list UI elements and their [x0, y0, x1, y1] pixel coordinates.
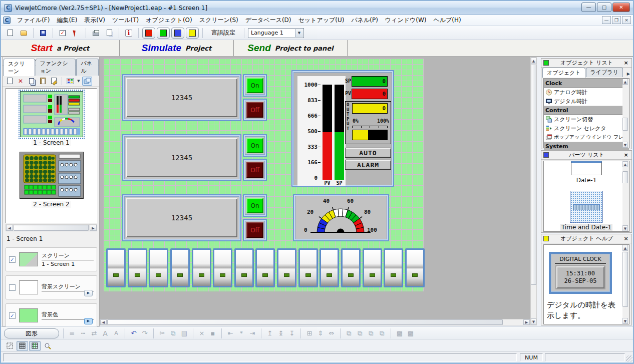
- tab-library[interactable]: ライブラリ: [586, 68, 623, 77]
- menu-tools[interactable]: ツール(T): [109, 15, 142, 26]
- bar-graph-panel[interactable]: 1000 833 666 500 333 166 0 PV SP SP 0 PV…: [291, 70, 394, 187]
- color-yellow-button[interactable]: [186, 28, 199, 39]
- object-item-screen-selector[interactable]: スクリーン セレクタ: [544, 124, 629, 133]
- editor-canvas[interactable]: 12345 On Off 12345 On Off 12345 On Off 1…: [100, 57, 530, 319]
- off-button-1[interactable]: Off: [243, 99, 267, 121]
- overlap-view-icon[interactable]: [82, 77, 92, 86]
- object-item-screen-change[interactable]: スクリーン切替: [544, 115, 629, 124]
- font-smaller-icon[interactable]: A: [112, 330, 121, 336]
- align-center-icon[interactable]: ＊: [237, 329, 246, 338]
- pointer-icon[interactable]: [70, 28, 82, 39]
- line-width-icon[interactable]: ⇄: [90, 329, 99, 337]
- layer-bgscreen-expand-icon[interactable]: ▶: [84, 290, 93, 296]
- menu-object[interactable]: オブジェクト(O): [142, 15, 196, 26]
- layer-bgcolor-checkbox[interactable]: [9, 312, 16, 319]
- object-list-close-icon[interactable]: ×: [622, 60, 629, 66]
- same-size-icon[interactable]: ⊞: [305, 329, 314, 337]
- document-icon[interactable]: C: [3, 17, 11, 24]
- mdi-minimize-button[interactable]: —: [602, 16, 611, 24]
- on-button-3[interactable]: On: [243, 194, 267, 217]
- menu-help[interactable]: ヘルプ(H): [430, 15, 464, 26]
- layer-row-screen[interactable]: スクリーン1 - Screen 1: [6, 247, 97, 271]
- toggle-switch[interactable]: [255, 248, 275, 287]
- tab-object[interactable]: オブジェクト: [542, 68, 585, 78]
- new-screen-icon[interactable]: [5, 77, 15, 86]
- group-icon[interactable]: ▩: [395, 329, 404, 337]
- print-preview-icon[interactable]: [103, 28, 115, 39]
- screen-thumbnail-1[interactable]: 1 - Screen 1: [6, 92, 97, 146]
- resize-grip[interactable]: [626, 355, 632, 362]
- grid-color-icon[interactable]: [29, 341, 41, 351]
- send-to-back-icon[interactable]: ⧉: [356, 329, 365, 337]
- toggle-switch[interactable]: [128, 248, 147, 287]
- font-larger-icon[interactable]: A: [101, 329, 110, 337]
- align-right-icon[interactable]: ⇥: [248, 329, 257, 337]
- toggle-switch[interactable]: [149, 248, 168, 287]
- layer-bgcolor-expand-icon[interactable]: ▶: [84, 318, 93, 324]
- screen-thumbnail-2[interactable]: 2 - Screen 2: [6, 152, 97, 208]
- canvas-hscrollbar[interactable]: ◀ ▶: [100, 319, 530, 325]
- error-check-icon[interactable]: ✓: [57, 28, 69, 39]
- menu-database[interactable]: データベース(D): [242, 15, 295, 26]
- menu-view[interactable]: 表示(V): [81, 15, 109, 26]
- toggle-switch[interactable]: [320, 248, 339, 287]
- part-item-time-date[interactable]: Time and Date-1: [544, 191, 629, 231]
- bring-forward-icon[interactable]: ⧉: [367, 329, 376, 337]
- language-select[interactable]: Language 1 ▼: [248, 28, 304, 38]
- toggle-switch[interactable]: [298, 248, 318, 287]
- toggle-switch[interactable]: [106, 248, 126, 287]
- delete-screen-icon[interactable]: ✕: [16, 77, 26, 86]
- off-button-3[interactable]: Off: [243, 219, 267, 241]
- object-item-popup-window-frame[interactable]: ポップアップ ウインドウ フレーム: [544, 133, 629, 142]
- same-height-icon[interactable]: ⇕: [316, 329, 325, 337]
- redo-icon[interactable]: ↷: [140, 329, 149, 337]
- simulate-project-button[interactable]: Simulate Project: [120, 40, 234, 56]
- layer-row-background-color[interactable]: 背景色 ▶: [6, 303, 97, 327]
- color-blue-button[interactable]: [171, 28, 184, 39]
- gauge-meter[interactable]: 0 20 40 60 80 100: [293, 194, 389, 241]
- toggle-switch[interactable]: [277, 248, 296, 287]
- tab-function[interactable]: ファンクション: [36, 59, 76, 76]
- toggle-switch[interactable]: [363, 248, 382, 287]
- send-backward-icon[interactable]: ⧉: [378, 329, 387, 337]
- maximize-button[interactable]: □: [597, 3, 611, 12]
- print-icon[interactable]: [90, 28, 102, 39]
- fill-icon[interactable]: ▪: [208, 329, 217, 337]
- cut-icon[interactable]: ✂: [158, 329, 167, 337]
- color-red-button[interactable]: [142, 28, 155, 39]
- shape-button[interactable]: 図形: [4, 328, 59, 338]
- layer-row-background-screen[interactable]: 背景スクリーン ▶: [6, 275, 97, 299]
- delete-icon2[interactable]: ×: [197, 329, 206, 337]
- on-button-2[interactable]: On: [243, 134, 267, 157]
- toggle-switch[interactable]: [192, 248, 211, 287]
- close-button[interactable]: ✕: [612, 3, 630, 12]
- send-project-button[interactable]: Send Project to panel: [234, 40, 348, 56]
- open-file-icon[interactable]: [18, 28, 30, 39]
- align-bottom-icon[interactable]: ↧: [287, 329, 296, 337]
- mdi-restore-button[interactable]: ❐: [612, 16, 621, 24]
- mdi-close-button[interactable]: ×: [622, 16, 631, 24]
- ungroup-icon[interactable]: ▩: [406, 329, 415, 337]
- properties-icon[interactable]: [49, 77, 59, 86]
- view-mode-icon[interactable]: [65, 77, 75, 86]
- tab-panel[interactable]: パネル: [76, 59, 99, 76]
- layer-bgscreen-checkbox[interactable]: [9, 284, 16, 291]
- object-help-scrollbar[interactable]: ▲ ▼: [622, 245, 629, 324]
- paste-icon2[interactable]: ▤: [180, 329, 189, 337]
- view-mode-dropdown-icon[interactable]: ▼: [76, 77, 81, 86]
- toggle-switch[interactable]: [234, 248, 254, 287]
- menu-window[interactable]: ウィンドウ(W): [382, 15, 430, 26]
- save-icon[interactable]: [37, 28, 49, 39]
- align-middle-icon[interactable]: ↨: [276, 329, 285, 337]
- grid-toggle-icon[interactable]: [17, 341, 28, 351]
- minimize-button[interactable]: —: [581, 3, 596, 12]
- parts-list-scrollbar[interactable]: ▲ ▼: [622, 161, 629, 231]
- object-item-digital-clock[interactable]: デジタル時計: [544, 97, 629, 106]
- numeric-display-2[interactable]: 12345: [122, 134, 241, 181]
- on-button-1[interactable]: On: [243, 74, 267, 97]
- zoom-icon[interactable]: [42, 341, 53, 351]
- copy-icon2[interactable]: ⧉: [169, 329, 178, 337]
- line-style-icon[interactable]: ≡: [68, 329, 77, 337]
- numeric-display-3[interactable]: 12345: [122, 194, 241, 241]
- toggle-switch[interactable]: [213, 248, 232, 287]
